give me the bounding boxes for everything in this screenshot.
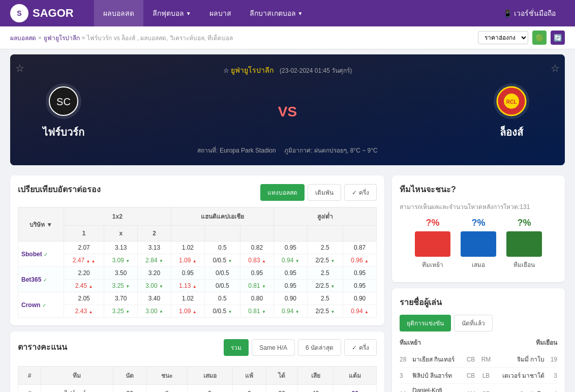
score-title: ตารางคะแนน — [18, 341, 67, 353]
th-x: x — [104, 226, 138, 242]
sbobet-close-hc: 0/0.5 ▼ — [204, 254, 240, 267]
bet365-close-s2: 0.95 — [343, 280, 377, 292]
player-section-headers: ทีมเหย้า ทีมเยือน — [400, 338, 557, 347]
odds-tab-half[interactable]: ✓ ครึ่ง — [344, 184, 377, 201]
th-sc — [307, 226, 343, 242]
bet365-open-hc: 0/0.5 — [204, 267, 240, 280]
th-points: แต้ม — [334, 367, 377, 385]
odds-tab-bet[interactable]: เดิมพัน — [308, 184, 341, 201]
sbobet-open-sc: 2.5 — [307, 242, 343, 254]
crown-open-s2: 0.90 — [343, 292, 377, 305]
svg-text:SC: SC — [56, 96, 71, 107]
th-conceded: เสีย — [297, 367, 334, 385]
player-rows: 28 มาเธียส กินเทอร์ CB RM จิมมี่ กาโบ 19… — [400, 351, 557, 392]
name-home-3: Daniel-Kofi Kyereh — [412, 387, 463, 392]
right-panel: ทีมไหนจะชนะ? สามารถเห็นผลและจำนวนโหวดหลั… — [392, 175, 565, 392]
currency-dropdown[interactable]: ราคาฮ่องกง ราคาไทย ราคายุโรป — [478, 31, 528, 44]
verified-icon: ✓ — [44, 252, 48, 257]
th-rank: # — [18, 367, 41, 385]
away-pct: ?% — [518, 218, 531, 228]
refresh-button[interactable]: 🔄 — [551, 31, 565, 45]
favorite-home-button[interactable]: ☆ — [15, 62, 24, 74]
table-row: 8 ไฟร์บวร์ก 22 8 5 9 29 40 29 — [18, 385, 377, 393]
favorite-away-button[interactable]: ☆ — [551, 62, 560, 74]
odds-tabs: แทงบอลสด เดิมพัน ✓ ครึ่ง — [260, 184, 377, 201]
name-away-1: จิมมี่ กาโบ — [494, 354, 544, 364]
crown-close-s1: 0.94 ▼ — [274, 305, 307, 318]
nav-item-football[interactable]: ลีกฟุตบอล ▼ — [143, 0, 200, 26]
crown-close-x: 3.25 ▼ — [104, 305, 138, 318]
pred-rect-draw — [461, 231, 496, 257]
bookmaker-sbobet: Sbobet — [21, 251, 42, 258]
main-content: เปรียบเทียบอัตราต่อรอง แทงบอลสด เดิมพัน … — [0, 170, 575, 392]
pred-bar-home: ?% ทีมเหย้า — [415, 218, 450, 269]
num-away-2: 3 — [544, 372, 557, 379]
score-tab-half[interactable]: ✓ ครึ่ง — [344, 339, 377, 356]
nav-item-livescore[interactable]: ผลบอลสด — [94, 0, 143, 26]
away-team-name: ล็องส์ — [500, 124, 523, 140]
crown-close-sc: 2/2.5 ▼ — [307, 305, 343, 318]
player-tab-prev[interactable]: นัดที่แล้ว — [454, 315, 493, 331]
crown-close-s2: 0.94 ▲ — [343, 305, 377, 318]
breadcrumb-league[interactable]: ยูฟ่ายูโรปาลีก — [44, 33, 80, 43]
stadium-label: สถานที่: — [197, 147, 218, 154]
score-tab-recent[interactable]: 6 นัดล่าสุด — [298, 339, 341, 356]
match-info: สถานที่: Europa Park Stadion ภูมิอากาศ: … — [25, 145, 550, 155]
list-item: 11 Daniel-Kofi Kyereh AM CB เดวิน ดันโซ … — [400, 384, 557, 392]
score-tab-all[interactable]: รวม — [224, 339, 249, 356]
nav-item-basketball-league[interactable]: ลีกบาสเกตบอล ▼ — [240, 0, 312, 26]
sbobet-close-sc: 2/2.5 ▼ — [307, 254, 343, 267]
breadcrumb-current: ไฟร์บวร์ก vs ล็องส์ , ผลบอลสด, วิเคราะห์… — [87, 33, 233, 43]
match-hero: ☆ ☆ ☆ ยูฟ่ายูโรปาลีก (23-02-2024 01:45 ว… — [10, 54, 565, 165]
name-home-1: มาเธียส กินเทอร์ — [412, 354, 463, 364]
table-row: Crown ✓ 2.05 3.70 3.40 1.02 0.5 0.80 0.9… — [18, 292, 377, 305]
player-tab-finished[interactable]: ยุติการแข่งขัน — [400, 315, 451, 331]
currency-select: ราคาฮ่องกง ราคาไทย ราคายุโรป 🟢 🔄 — [478, 31, 565, 45]
score-tabs: รวม Same H/A 6 นัดล่าสุด ✓ ครึ่ง — [224, 339, 377, 356]
th-played: นัด — [113, 367, 146, 385]
breadcrumb-home[interactable]: ผลบอลสด — [10, 33, 36, 43]
bet365-open-sc: 2.5 — [307, 267, 343, 280]
nav-item-mobile[interactable]: 📱 เวอร์ชั่นมือถือ — [494, 0, 565, 26]
conceded-1: 40 — [297, 385, 334, 393]
th-1: 1 — [64, 226, 104, 242]
check-icon-2: ✓ — [352, 344, 357, 351]
num-home-2: 3 — [400, 372, 412, 379]
played-1: 22 — [113, 385, 146, 393]
home-pct: ?% — [426, 218, 440, 228]
th-h1 — [171, 226, 204, 242]
bet365-close-2: 3.00 ▼ — [138, 280, 171, 292]
th-s1 — [274, 226, 307, 242]
bookmaker-bet365: Bet365 — [21, 276, 41, 283]
sbobet-open-1x2-1: 2.07 — [64, 242, 104, 254]
pos-home-2: CB — [463, 372, 478, 379]
bet365-open-h1: 0.95 — [171, 267, 204, 280]
name-away-2: เดเวอร์ มาชาโต้ — [494, 371, 544, 380]
main-nav: ผลบอลสด ลีกฟุตบอล ▼ ผลบาส ลีกบาสเกตบอล ▼… — [94, 0, 565, 26]
sbobet-open-1x2-2: 3.13 — [138, 242, 171, 254]
bet365-open-h2: 0.95 — [240, 267, 274, 280]
away-team-logo: RCL — [494, 83, 529, 119]
bet365-open-2: 3.20 — [138, 267, 171, 280]
lose-1: 9 — [232, 385, 266, 393]
sbobet-close-h1: 1.09 ▲ — [171, 254, 204, 267]
sbobet-close-s1: 0.94 ▼ — [274, 254, 307, 267]
away-label: ทีมเยือน — [536, 338, 557, 347]
table-row: 2.43 ▲ 3.25 ▼ 3.00 ▼ 1.09 ▲ 0/0.5 ▼ 0.81… — [18, 305, 377, 318]
player-title: รายชื่อผู้เล่น — [400, 296, 557, 309]
nav-item-basketball[interactable]: ผลบาส — [200, 0, 240, 26]
sort-icon: ▼ — [46, 221, 52, 228]
sbobet-close-h2: 0.83 ▲ — [240, 254, 274, 267]
flag-button[interactable]: 🟢 — [532, 31, 547, 45]
score-tab-ha[interactable]: Same H/A — [252, 339, 295, 356]
crown-close-h1: 1.09 ▲ — [171, 305, 204, 318]
bet365-open-s1: 0.95 — [274, 267, 307, 280]
score-card: ตารางคะแนน รวม Same H/A 6 นัดล่าสุด ✓ คร… — [10, 331, 384, 392]
crown-open-2: 3.40 — [138, 292, 171, 305]
sbobet-close-s2: 0.96 ▲ — [343, 254, 377, 267]
prediction-subtitle: สามารถเห็นผลและจำนวนโหวดหลังการโหวต:131 — [400, 202, 557, 212]
weather-label: ภูมิอากาศ: — [284, 147, 312, 154]
table-row: Sbobet ✓ 2.07 3.13 3.13 1.02 0.5 0.82 0.… — [18, 242, 377, 254]
bet365-open-s2: 0.95 — [343, 267, 377, 280]
odds-tab-live[interactable]: แทงบอลสด — [260, 184, 305, 201]
